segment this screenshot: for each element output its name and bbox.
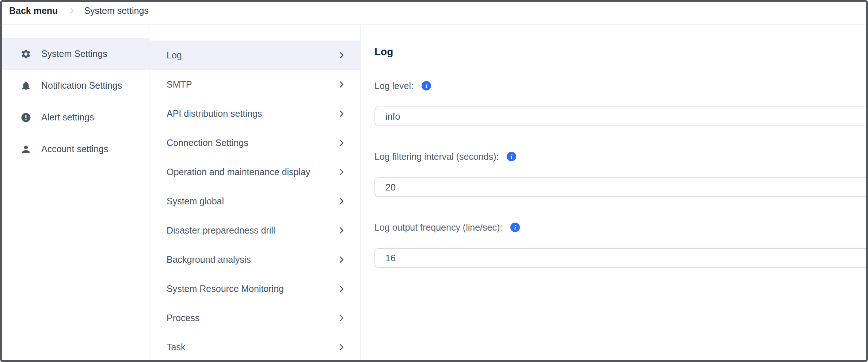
menu-item-log[interactable]: Log — [149, 41, 360, 70]
menu-item-system-global[interactable]: System global — [149, 186, 360, 216]
log-output-frequency-input[interactable] — [374, 248, 866, 268]
app-window: Back menu System settings System Setting… — [0, 0, 868, 362]
chevron-right-icon — [337, 167, 346, 177]
menu-item-background-analysis[interactable]: Background analysis — [149, 245, 360, 274]
chevron-right-icon — [337, 343, 346, 352]
svg-text:i: i — [511, 153, 513, 160]
content-area: System Settings Notification Settings Al… — [2, 25, 866, 360]
menu-item-connection-settings[interactable]: Connection Settings — [149, 128, 360, 157]
svg-text:i: i — [426, 82, 427, 89]
log-output-frequency-field: Log output frequency (line/sec): i — [374, 222, 866, 268]
menu-item-label: Disaster preparedness drill — [167, 225, 275, 236]
chevron-right-icon — [337, 51, 346, 60]
sidebar-item-label: System Settings — [41, 49, 107, 59]
breadcrumb-current: System settings — [84, 5, 148, 16]
user-icon — [20, 144, 31, 155]
chevron-right-icon — [337, 109, 346, 118]
menu-item-label: System global — [167, 196, 224, 207]
sidebar-item-system-settings[interactable]: System Settings — [2, 38, 149, 70]
chevron-right-icon — [337, 313, 346, 323]
menu-item-process[interactable]: Process — [149, 303, 360, 332]
menu-item-task[interactable]: Task — [149, 332, 360, 360]
menu-item-label: Log — [167, 50, 182, 61]
menu-item-label: System Resource Monitoring — [167, 284, 284, 294]
settings-sidebar: System Settings Notification Settings Al… — [2, 25, 149, 360]
gear-icon — [20, 49, 31, 59]
field-label: Log level: — [374, 80, 414, 91]
chevron-right-icon — [337, 197, 346, 206]
menu-item-label: SMTP — [167, 79, 192, 90]
svg-text:i: i — [514, 224, 516, 231]
menu-item-label: Connection Settings — [167, 138, 248, 148]
sidebar-item-label: Alert settings — [41, 112, 94, 123]
sidebar-item-label: Notification Settings — [41, 80, 122, 91]
bell-icon — [20, 80, 31, 91]
info-icon[interactable]: i — [506, 151, 517, 162]
alert-circle-icon — [20, 112, 31, 123]
menu-item-label: API distribution settings — [167, 108, 262, 119]
chevron-right-icon — [337, 80, 346, 89]
info-icon[interactable]: i — [510, 222, 520, 232]
menu-item-smtp[interactable]: SMTP — [149, 70, 360, 99]
chevron-right-icon — [337, 138, 346, 147]
log-settings-panel: Log Log level: i Log filtering interval … — [361, 25, 866, 360]
log-level-field: Log level: i — [374, 80, 866, 126]
panel-title: Log — [374, 46, 866, 58]
log-filtering-interval-field: Log filtering interval (seconds): i — [374, 151, 866, 197]
sidebar-item-alert-settings[interactable]: Alert settings — [2, 101, 149, 133]
menu-item-label: Task — [167, 342, 185, 353]
menu-item-system-resource-monitoring[interactable]: System Resource Monitoring — [149, 274, 360, 303]
menu-item-label: Operation and maintenance display — [167, 167, 310, 177]
chevron-right-icon — [337, 226, 346, 235]
menu-item-api-distribution-settings[interactable]: API distribution settings — [149, 99, 360, 128]
chevron-right-icon — [337, 255, 346, 264]
field-label: Log output frequency (line/sec): — [374, 222, 502, 233]
menu-item-operation-and-maintenance-display[interactable]: Operation and maintenance display — [149, 157, 360, 186]
sidebar-item-account-settings[interactable]: Account settings — [2, 133, 149, 165]
breadcrumb: Back menu System settings — [2, 2, 866, 25]
breadcrumb-back-link[interactable]: Back menu — [9, 5, 58, 16]
field-label: Log filtering interval (seconds): — [374, 151, 499, 162]
menu-item-label: Background analysis — [167, 254, 251, 265]
chevron-right-icon — [67, 6, 76, 15]
log-level-input[interactable] — [374, 107, 866, 126]
log-filtering-interval-input[interactable] — [374, 177, 866, 197]
chevron-right-icon — [337, 284, 346, 293]
system-settings-menu: Log SMTP API distribution settings Conne… — [149, 25, 361, 360]
sidebar-item-notification-settings[interactable]: Notification Settings — [2, 70, 149, 101]
sidebar-item-label: Account settings — [41, 144, 108, 154]
info-icon[interactable]: i — [421, 81, 431, 91]
menu-item-disaster-preparedness-drill[interactable]: Disaster preparedness drill — [149, 216, 360, 245]
menu-item-label: Process — [167, 313, 199, 323]
